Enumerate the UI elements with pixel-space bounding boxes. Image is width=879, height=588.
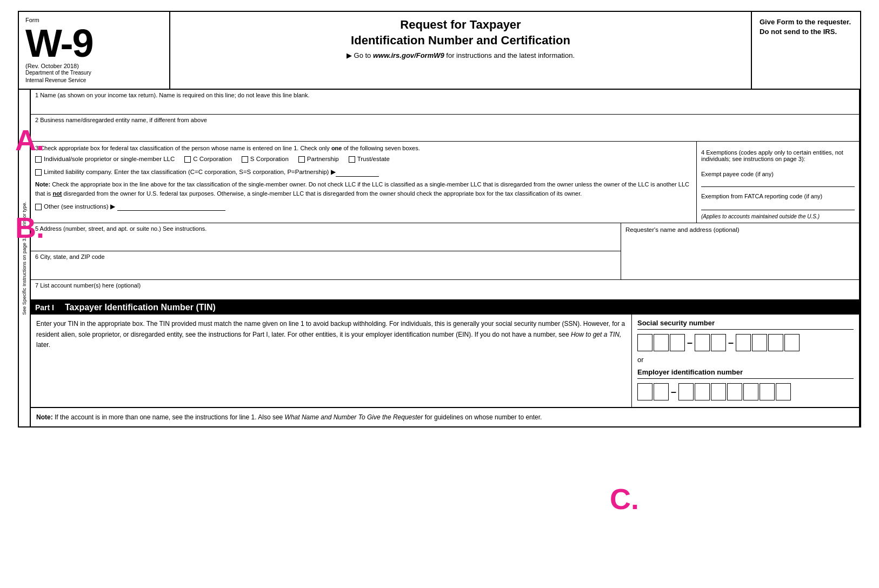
requesters-label: Requester's name and address (optional) (625, 226, 855, 233)
or-text: or (637, 356, 854, 364)
ein-group-2 (678, 383, 791, 400)
ssn-box-5[interactable] (711, 334, 726, 351)
checkbox-other-box[interactable] (35, 204, 42, 210)
ssn-box-2[interactable] (654, 334, 669, 351)
ssn-box-9[interactable] (784, 334, 800, 351)
form-title: Request for Taxpayer Identification Numb… (181, 17, 740, 48)
ein-group-1 (637, 383, 669, 400)
checkbox-individual-box[interactable] (35, 156, 42, 163)
part-i-label: Part I (35, 303, 54, 312)
line-7-label: 7 List account number(s) here (optional) (35, 282, 855, 289)
ssn-group-1 (637, 334, 685, 351)
ssn-label: Social security number (637, 319, 854, 330)
ein-box-9[interactable] (776, 383, 791, 400)
applies-note: (Applies to accounts maintained outside … (701, 213, 855, 219)
checkbox-c-corp[interactable]: C Corporation (184, 156, 232, 163)
fatca-line[interactable] (701, 202, 855, 210)
ein-box-7[interactable] (743, 383, 758, 400)
other-label: Other (see instructions) ▶ (44, 203, 115, 210)
line-567-section: 5 Address (number, street, and apt. or s… (31, 223, 859, 280)
part-i-header: Part I Taxpayer Identification Number (T… (31, 300, 859, 315)
ein-box-8[interactable] (760, 383, 775, 400)
checkbox-trust[interactable]: Trust/estate (349, 156, 390, 163)
line-5-label: 5 Address (number, street, and apt. or s… (35, 225, 616, 232)
form-dept: Department of the Treasury Internal Reve… (25, 69, 163, 84)
line-7: 7 List account number(s) here (optional) (31, 280, 859, 300)
checkbox-partnership[interactable]: Partnership (298, 156, 339, 163)
ssn-group-3 (736, 334, 800, 351)
line-3-right: 4 Exemptions (codes apply only to certai… (697, 142, 859, 223)
line-6-label: 6 City, state, and ZIP code (35, 253, 616, 260)
line-2: 2 Business name/disregarded entity name,… (31, 115, 859, 142)
ein-box-2[interactable] (654, 383, 669, 400)
exempt-payee-label: Exempt payee code (if any) (701, 171, 855, 177)
fatca-label: Exemption from FATCA reporting code (if … (701, 192, 855, 201)
note-bottom: Note: If the account is in more than one… (31, 407, 859, 426)
ssn-group-2 (695, 334, 726, 351)
checkbox-individual-label: Individual/sole proprietor or single-mem… (44, 156, 175, 162)
header-center: Request for Taxpayer Identification Numb… (170, 12, 752, 89)
line-3b-row: Limited liability company. Enter the tax… (35, 168, 692, 177)
ein-box-3[interactable] (678, 383, 694, 400)
part-i-right: Social security number – (632, 315, 859, 407)
ein-dash: – (671, 386, 676, 398)
ssn-box-6[interactable] (736, 334, 751, 351)
part-i-body-text: Enter your TIN in the appropriate box. T… (36, 319, 626, 350)
line-567-left: 5 Address (number, street, and apt. or s… (31, 223, 621, 279)
checkbox-c-corp-box[interactable] (184, 156, 191, 163)
checkbox-individual[interactable]: Individual/sole proprietor or single-mem… (35, 156, 175, 163)
llc-label: Limited liability company. Enter the tax… (44, 168, 336, 176)
form-rev: (Rev. October 2018) (25, 63, 163, 69)
line-requesters: Requester's name and address (optional) (621, 223, 859, 279)
checkbox-llc-box[interactable] (35, 169, 42, 176)
llc-classification-input[interactable] (336, 168, 379, 177)
annotation-a: A. (15, 123, 44, 157)
ssn-box-8[interactable] (768, 334, 783, 351)
ssn-boxes: – – (637, 334, 854, 351)
header-left: Form W-9 (Rev. October 2018) Department … (19, 12, 170, 89)
checkbox-trust-label: Trust/estate (357, 156, 390, 162)
line-2-label: 2 Business name/disregarded entity name,… (35, 117, 855, 123)
line-note: Note: Check the appropriate box in the l… (35, 180, 692, 198)
line-1-label: 1 Name (as shown on your income tax retu… (35, 92, 855, 98)
form-header: Form W-9 (Rev. October 2018) Department … (19, 12, 860, 90)
checkbox-partnership-label: Partnership (307, 156, 339, 162)
line-6: 6 City, state, and ZIP code (31, 251, 621, 279)
ssn-dash-2: – (728, 337, 734, 349)
annotation-b: B. (15, 211, 44, 244)
ein-box-6[interactable] (727, 383, 742, 400)
checkbox-partnership-box[interactable] (298, 156, 305, 163)
line-4-label: 4 Exemptions (codes apply only to certai… (701, 149, 855, 162)
line-3-left: 3 Check appropriate box for federal tax … (31, 142, 697, 223)
ssn-box-4[interactable] (695, 334, 710, 351)
other-input[interactable] (117, 202, 225, 211)
ein-label: Employer identification number (637, 368, 854, 379)
checkbox-c-corp-label: C Corporation (193, 156, 232, 162)
part-i-title: Taxpayer Identification Number (TIN) (65, 303, 216, 312)
line-1: 1 Name (as shown on your income tax retu… (31, 90, 859, 115)
line-3-section: 3 Check appropriate box for federal tax … (31, 142, 859, 223)
part-i-left: Enter your TIN in the appropriate box. T… (31, 315, 632, 407)
checkbox-s-corp[interactable]: S Corporation (242, 156, 289, 163)
exempt-payee-line[interactable] (701, 178, 855, 187)
ssn-dash-1: – (687, 337, 692, 349)
ssn-box-7[interactable] (752, 334, 767, 351)
line-5: 5 Address (number, street, and apt. or s… (31, 223, 621, 251)
main-content: 1 Name (as shown on your income tax retu… (31, 90, 860, 426)
part-i-body: Enter your TIN in the appropriate box. T… (31, 315, 859, 407)
ein-box-1[interactable] (637, 383, 652, 400)
header-right: Give Form to the requester. Do not send … (752, 12, 860, 89)
checkbox-s-corp-box[interactable] (242, 156, 248, 163)
goto-text: ▶ Go to www.irs.gov/FormW9 for instructi… (181, 51, 740, 59)
ssn-box-3[interactable] (670, 334, 685, 351)
ein-boxes: – (637, 383, 854, 400)
checkboxes-row: Individual/sole proprietor or single-mem… (35, 156, 692, 163)
other-row: Other (see instructions) ▶ (35, 202, 692, 211)
checkbox-trust-box[interactable] (349, 156, 355, 163)
line-3-label: 3 Check appropriate box for federal tax … (35, 145, 692, 151)
ein-box-5[interactable] (711, 383, 726, 400)
form-number: W-9 (25, 24, 163, 63)
ssn-box-1[interactable] (637, 334, 652, 351)
checkbox-s-corp-label: S Corporation (250, 156, 289, 162)
ein-box-4[interactable] (695, 383, 710, 400)
